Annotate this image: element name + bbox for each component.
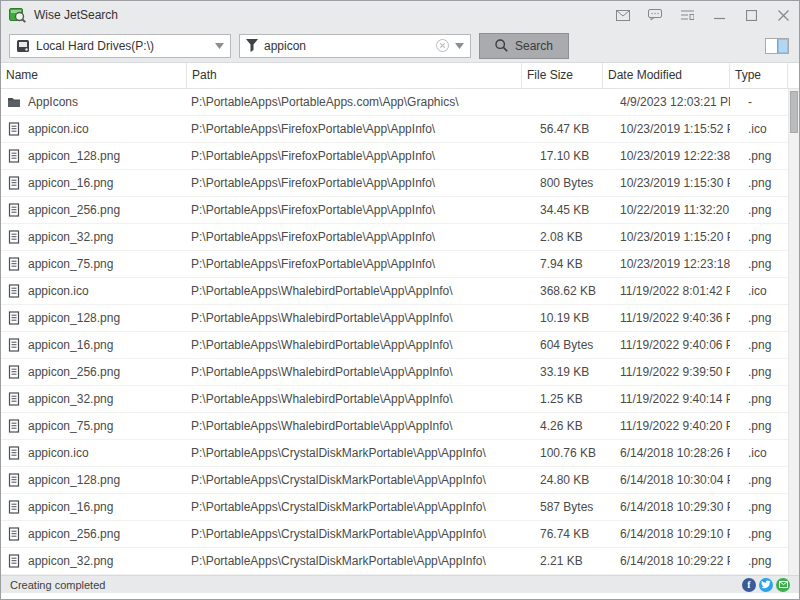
- file-icon: [7, 203, 21, 217]
- size-cell: 4.26 KB: [522, 419, 603, 433]
- twitter-icon[interactable]: [759, 578, 773, 592]
- size-cell: 34.45 KB: [522, 203, 603, 217]
- type-cell: .png: [730, 257, 788, 271]
- table-row[interactable]: appicon.ico P:\PortableApps\FirefoxPorta…: [1, 116, 788, 143]
- table-row[interactable]: appicon.ico P:\PortableApps\WhalebirdPor…: [1, 278, 788, 305]
- column-header-date-modified[interactable]: Date Modified: [603, 63, 730, 88]
- vertical-scrollbar[interactable]: [788, 89, 799, 575]
- type-cell: .ico: [730, 284, 788, 298]
- search-button[interactable]: Search: [479, 33, 569, 59]
- column-header-name[interactable]: Name: [1, 63, 187, 88]
- table-row[interactable]: appicon_75.png P:\PortableApps\Whalebird…: [1, 413, 788, 440]
- size-cell: 1.25 KB: [522, 392, 603, 406]
- path-cell: P:\PortableApps\FirefoxPortable\App\AppI…: [187, 176, 522, 190]
- table-row[interactable]: appicon_256.png P:\PortableApps\FirefoxP…: [1, 197, 788, 224]
- email-icon[interactable]: [776, 578, 790, 592]
- file-name: appicon_256.png: [28, 365, 120, 379]
- table-row[interactable]: appicon_16.png P:\PortableApps\FirefoxPo…: [1, 170, 788, 197]
- close-icon[interactable]: [767, 1, 799, 29]
- type-cell: .png: [730, 419, 788, 433]
- table-row[interactable]: appicon_16.png P:\PortableApps\CrystalDi…: [1, 494, 788, 521]
- column-header-path[interactable]: Path: [187, 63, 522, 88]
- path-cell: P:\PortableApps\FirefoxPortable\App\AppI…: [187, 203, 522, 217]
- path-cell: P:\PortableApps\WhalebirdPortable\App\Ap…: [187, 311, 522, 325]
- file-icon: [7, 149, 21, 163]
- folder-icon: [7, 95, 21, 109]
- chevron-down-icon[interactable]: [455, 43, 464, 49]
- panel-toggle-icon[interactable]: [765, 38, 789, 54]
- feedback-icon[interactable]: [639, 1, 671, 29]
- file-name: appicon.ico: [28, 284, 89, 298]
- type-cell: .ico: [730, 446, 788, 460]
- panel-toggle-left: [766, 39, 777, 53]
- window-title: Wise JetSearch: [34, 8, 118, 22]
- name-cell: appicon_32.png: [1, 392, 187, 406]
- search-input[interactable]: [264, 39, 430, 53]
- clear-icon[interactable]: [436, 39, 449, 52]
- file-icon: [7, 554, 21, 568]
- type-cell: .png: [730, 473, 788, 487]
- path-cell: P:\PortableApps\WhalebirdPortable\App\Ap…: [187, 338, 522, 352]
- path-cell: P:\PortableApps\WhalebirdPortable\App\Ap…: [187, 284, 522, 298]
- name-cell: appicon.ico: [1, 122, 187, 136]
- file-name: appicon_16.png: [28, 176, 113, 190]
- file-icon: [7, 365, 21, 379]
- table-row[interactable]: appicon_16.png P:\PortableApps\Whalebird…: [1, 332, 788, 359]
- file-name: appicon.ico: [28, 122, 89, 136]
- path-cell: P:\PortableApps\FirefoxPortable\App\AppI…: [187, 149, 522, 163]
- path-cell: P:\PortableApps\FirefoxPortable\App\AppI…: [187, 230, 522, 244]
- name-cell: AppIcons: [1, 95, 187, 109]
- date-modified-cell: 10/23/2019 1:15:30 PM: [603, 176, 730, 190]
- table-row[interactable]: appicon_128.png P:\PortableApps\Whalebir…: [1, 305, 788, 332]
- table-row[interactable]: appicon_256.png P:\PortableApps\CrystalD…: [1, 521, 788, 548]
- results-header: Name Path File Size Date Modified Type: [1, 63, 799, 89]
- file-name: appicon_16.png: [28, 338, 113, 352]
- table-row[interactable]: appicon.ico P:\PortableApps\CrystalDiskM…: [1, 440, 788, 467]
- type-cell: .png: [730, 176, 788, 190]
- minimize-icon[interactable]: [703, 1, 735, 29]
- date-modified-cell: 11/19/2022 9:40:06 PM: [603, 338, 730, 352]
- date-modified-cell: 10/23/2019 12:23:18 PM: [603, 257, 730, 271]
- type-cell: .png: [730, 338, 788, 352]
- search-box[interactable]: [239, 34, 471, 58]
- file-name: appicon.ico: [28, 446, 89, 460]
- drive-icon: [16, 39, 30, 53]
- table-row[interactable]: AppIcons P:\PortableApps\PortableApps.co…: [1, 89, 788, 116]
- scrollbar-thumb[interactable]: [790, 91, 798, 133]
- file-name: appicon_128.png: [28, 149, 120, 163]
- file-name: appicon_256.png: [28, 203, 120, 217]
- file-name: appicon_32.png: [28, 554, 113, 568]
- file-name: appicon_32.png: [28, 230, 113, 244]
- file-icon: [7, 473, 21, 487]
- table-row[interactable]: appicon_32.png P:\PortableApps\FirefoxPo…: [1, 224, 788, 251]
- file-name: appicon_16.png: [28, 500, 113, 514]
- path-cell: P:\PortableApps\CrystalDiskMarkPortable\…: [187, 527, 522, 541]
- table-row[interactable]: appicon_32.png P:\PortableApps\Whalebird…: [1, 386, 788, 413]
- mail-icon[interactable]: [607, 1, 639, 29]
- name-cell: appicon_75.png: [1, 257, 187, 271]
- size-cell: 24.80 KB: [522, 473, 603, 487]
- path-cell: P:\PortableApps\CrystalDiskMarkPortable\…: [187, 446, 522, 460]
- path-cell: P:\PortableApps\CrystalDiskMarkPortable\…: [187, 473, 522, 487]
- file-icon: [7, 176, 21, 190]
- maximize-icon[interactable]: [735, 1, 767, 29]
- table-row[interactable]: appicon_32.png P:\PortableApps\CrystalDi…: [1, 548, 788, 575]
- path-cell: P:\PortableApps\FirefoxPortable\App\AppI…: [187, 257, 522, 271]
- table-row[interactable]: appicon_128.png P:\PortableApps\CrystalD…: [1, 467, 788, 494]
- drive-select[interactable]: Local Hard Drives(P:\): [9, 34, 231, 58]
- date-modified-cell: 4/9/2023 12:03:21 PM: [603, 95, 730, 109]
- table-row[interactable]: appicon_75.png P:\PortableApps\FirefoxPo…: [1, 251, 788, 278]
- facebook-icon[interactable]: f: [742, 578, 756, 592]
- file-icon: [7, 311, 21, 325]
- type-cell: .png: [730, 500, 788, 514]
- table-row[interactable]: appicon_128.png P:\PortableApps\FirefoxP…: [1, 143, 788, 170]
- file-name: appicon_128.png: [28, 473, 120, 487]
- path-cell: P:\PortableApps\CrystalDiskMarkPortable\…: [187, 500, 522, 514]
- file-name: AppIcons: [28, 95, 78, 109]
- table-row[interactable]: appicon_256.png P:\PortableApps\Whalebir…: [1, 359, 788, 386]
- column-header-file-size[interactable]: File Size: [522, 63, 603, 88]
- file-icon: [7, 257, 21, 271]
- path-cell: P:\PortableApps\FirefoxPortable\App\AppI…: [187, 122, 522, 136]
- menu-icon[interactable]: [671, 1, 703, 29]
- column-header-type[interactable]: Type: [730, 63, 788, 88]
